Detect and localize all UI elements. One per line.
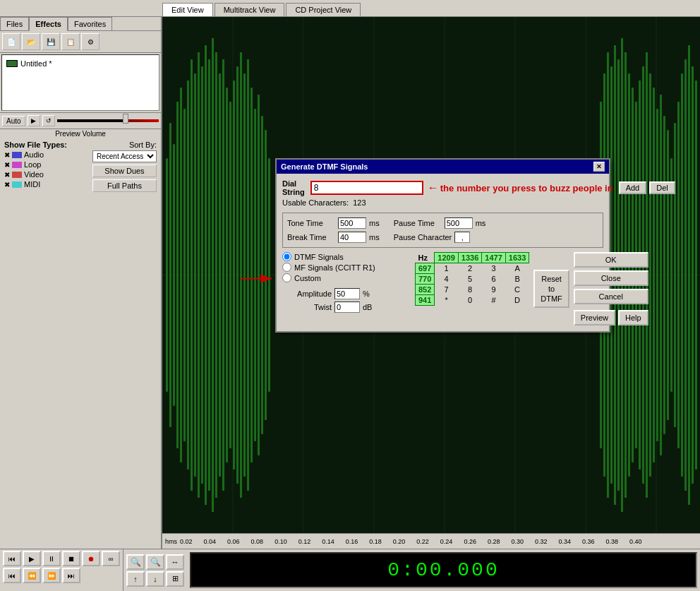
svg-rect-31 bbox=[243, 73, 246, 477]
loop-small-button[interactable]: ↺ bbox=[42, 115, 55, 126]
svg-rect-15 bbox=[187, 80, 189, 470]
amplitude-input[interactable] bbox=[334, 288, 360, 299]
file-type-midi[interactable]: ✖ MIDI bbox=[4, 180, 44, 189]
svg-rect-56 bbox=[660, 95, 662, 455]
svg-rect-19 bbox=[201, 66, 203, 484]
del-button[interactable]: Del bbox=[649, 181, 675, 194]
pause-button[interactable]: ⏸ bbox=[42, 551, 61, 566]
new-button[interactable]: 📄 bbox=[2, 33, 20, 50]
tab-edit-view[interactable]: Edit View bbox=[162, 3, 213, 16]
tab-cd-project-view[interactable]: CD Project View bbox=[286, 3, 361, 16]
file-type-audio[interactable]: ✖ Audio bbox=[4, 150, 44, 159]
zoom-out-v-button[interactable]: ↓ bbox=[146, 571, 164, 587]
break-time-input[interactable] bbox=[338, 232, 366, 243]
preview-button[interactable]: Preview bbox=[574, 310, 615, 326]
tone-time-unit: ms bbox=[369, 219, 380, 227]
svg-rect-14 bbox=[183, 109, 186, 441]
break-time-label: Break Time bbox=[287, 233, 335, 241]
svg-rect-64 bbox=[688, 45, 690, 505]
dialog-close-button[interactable]: ✕ bbox=[593, 162, 605, 172]
custom-radio[interactable]: Custom bbox=[282, 273, 409, 282]
svg-rect-60 bbox=[674, 123, 676, 427]
svg-rect-61 bbox=[677, 102, 680, 448]
rewind-start-button[interactable]: ⏮ bbox=[3, 568, 21, 583]
svg-rect-18 bbox=[198, 52, 200, 498]
forward-button[interactable]: ⏩ bbox=[42, 568, 61, 583]
file-item-label: Untitled * bbox=[20, 59, 52, 68]
svg-rect-63 bbox=[684, 59, 687, 491]
svg-rect-57 bbox=[663, 116, 665, 434]
zoom-full-button[interactable]: ⊞ bbox=[166, 571, 184, 587]
amplitude-label: Amplitude bbox=[291, 289, 332, 298]
file-type-video[interactable]: ✖ Video bbox=[4, 170, 44, 179]
ok-button[interactable]: OK bbox=[574, 252, 648, 268]
dialog-titlebar: Generate DTMF Signals ✕ bbox=[277, 160, 609, 174]
play-button[interactable]: ▶ bbox=[23, 551, 41, 566]
go-start-button[interactable]: ⏮ bbox=[3, 551, 21, 566]
file-type-loop[interactable]: ✖ Loop bbox=[4, 160, 44, 169]
pause-time-unit: ms bbox=[476, 219, 486, 227]
svg-rect-27 bbox=[229, 102, 231, 448]
play-small-button[interactable]: ▶ bbox=[28, 115, 40, 126]
tab-favorites[interactable]: Favorites bbox=[68, 17, 112, 30]
options-button[interactable]: ⚙ bbox=[81, 33, 99, 50]
svg-rect-55 bbox=[656, 109, 658, 441]
tone-time-input[interactable] bbox=[338, 217, 366, 229]
annotation-text: the number you press to buzz people in bbox=[440, 183, 613, 193]
usable-value: 123 bbox=[353, 198, 366, 207]
saveas-button[interactable]: 📋 bbox=[61, 33, 80, 50]
file-item[interactable]: Untitled * bbox=[5, 58, 156, 69]
close-button[interactable]: Close bbox=[574, 270, 648, 286]
pause-time-input[interactable] bbox=[445, 217, 473, 229]
zoom-fit-button[interactable]: ↔ bbox=[166, 554, 184, 570]
cancel-button[interactable]: Cancel bbox=[574, 289, 648, 304]
auto-button[interactable]: Auto bbox=[2, 116, 25, 126]
sort-label: Sort By: bbox=[129, 141, 157, 149]
svg-rect-53 bbox=[649, 73, 651, 477]
svg-rect-65 bbox=[692, 66, 694, 484]
go-end-button[interactable]: ⏭ bbox=[62, 568, 80, 583]
svg-rect-22 bbox=[212, 38, 214, 512]
tone-time-label: Tone Time bbox=[287, 219, 335, 227]
svg-rect-36 bbox=[261, 116, 263, 434]
twist-label: Twist bbox=[291, 303, 332, 311]
svg-rect-9 bbox=[166, 158, 168, 391]
svg-rect-54 bbox=[653, 88, 655, 462]
add-button[interactable]: Add bbox=[619, 181, 647, 194]
svg-rect-26 bbox=[226, 88, 228, 462]
mf-radio[interactable]: MF Signals (CCITT R1) bbox=[282, 263, 409, 272]
zoom-in-v-button[interactable]: ↑ bbox=[126, 571, 145, 587]
freq-table: Hz 1209 1336 1477 1633 697 bbox=[415, 252, 529, 306]
tab-effects[interactable]: Effects bbox=[29, 17, 68, 31]
pause-char-label: Pause Character bbox=[394, 233, 452, 241]
dial-string-input[interactable] bbox=[310, 181, 423, 195]
tab-files[interactable]: Files bbox=[0, 17, 29, 30]
stop-button[interactable]: ⏹ bbox=[62, 551, 80, 566]
reset-dtmf-button[interactable]: Reset toDTMF bbox=[533, 270, 569, 309]
sort-select[interactable]: Recent Access Name Type bbox=[92, 150, 157, 162]
tab-multitrack-view[interactable]: Multitrack View bbox=[215, 3, 285, 16]
svg-rect-28 bbox=[233, 80, 235, 470]
preview-volume-label: Preview Volume bbox=[0, 129, 161, 138]
svg-rect-13 bbox=[180, 88, 182, 462]
zoom-in-button[interactable]: 🔍 bbox=[126, 554, 145, 570]
svg-rect-17 bbox=[194, 73, 196, 477]
timeline-ruler: hms 0.02 0.04 0.06 0.08 0.10 0.12 0.14 0… bbox=[162, 533, 700, 549]
show-dues-button[interactable]: Show Dues bbox=[92, 165, 157, 177]
twist-input[interactable] bbox=[334, 302, 360, 313]
full-paths-button[interactable]: Full Paths bbox=[92, 179, 157, 192]
dtmf-radio[interactable]: DTMF Signals bbox=[282, 252, 409, 261]
save-button[interactable]: 💾 bbox=[42, 33, 60, 50]
loop-button[interactable]: ∞ bbox=[102, 551, 120, 566]
record-button[interactable]: ⏺ bbox=[82, 551, 100, 566]
svg-rect-62 bbox=[681, 73, 683, 477]
help-button[interactable]: Help bbox=[618, 310, 648, 326]
pause-char-input[interactable] bbox=[454, 232, 470, 243]
volume-slider[interactable] bbox=[123, 114, 128, 124]
open-button[interactable]: 📂 bbox=[22, 33, 40, 50]
rewind-button[interactable]: ⏪ bbox=[23, 568, 41, 583]
svg-rect-25 bbox=[222, 59, 224, 491]
svg-rect-21 bbox=[208, 59, 210, 491]
time-display: 0:00.000 bbox=[387, 559, 499, 581]
zoom-out-button[interactable]: 🔍 bbox=[146, 554, 164, 570]
